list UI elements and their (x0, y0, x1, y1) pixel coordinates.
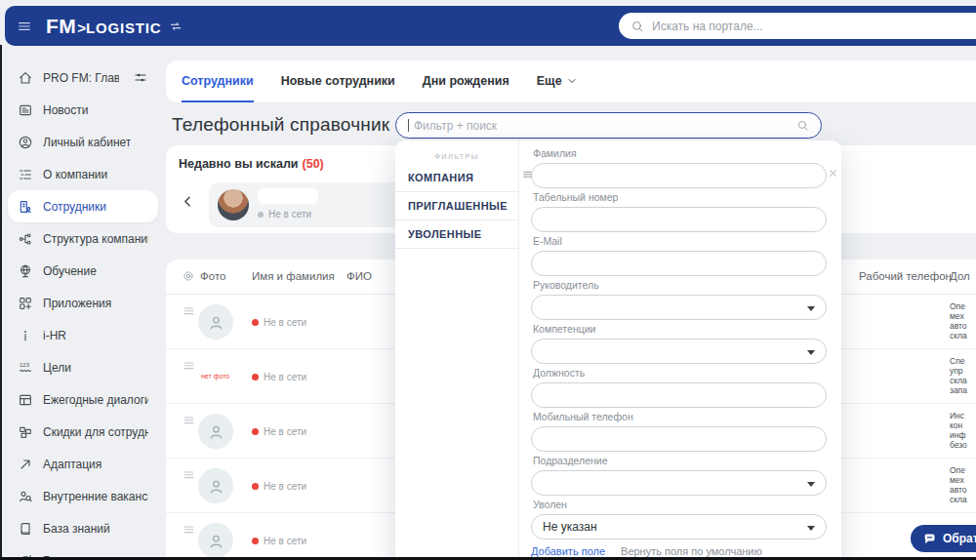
recently-searched-count: (50) (303, 157, 324, 171)
status-badge: Не в сети (252, 317, 306, 328)
job-title-line: Инс (950, 411, 976, 420)
filter-field-label: Должность (533, 367, 827, 380)
drag-handle-icon[interactable] (182, 358, 196, 373)
competencies-select[interactable] (531, 339, 827, 364)
manager-select[interactable] (531, 295, 827, 320)
personnel-number-input[interactable] (531, 207, 827, 232)
page: FM > LOGISTIC Искать на портале... PRO F… (0, 0, 976, 560)
fm-logistic-logo[interactable]: FM > LOGISTIC (46, 15, 183, 38)
status-text: Не в сети (264, 317, 306, 328)
menu-icon[interactable] (17, 19, 32, 34)
employees-icon (18, 199, 33, 215)
filter-preset-0[interactable]: КОМПАНИЯ (395, 164, 518, 192)
drag-handle-icon[interactable] (182, 467, 196, 482)
filter-field-lastname: Фамилия (531, 147, 827, 188)
job-title-line: упр (950, 366, 976, 376)
sidebar-item-personal-account[interactable]: Личный кабинет (8, 126, 158, 158)
filter-presets-column: ФИЛЬТРЫ КОМПАНИЯПРИГЛАШЕННЫЕУВОЛЕННЫЕ (395, 140, 519, 560)
job-title-line: мех (950, 475, 976, 485)
filter-search-input[interactable]: Фильтр + поиск (395, 112, 822, 139)
tab-new-employees[interactable]: Новые сотрудники (281, 60, 395, 102)
tab-employees[interactable]: Сотрудники (182, 60, 254, 102)
tab-label: Дни рождения (423, 74, 509, 88)
job-title-line: инф (950, 430, 976, 440)
email-input[interactable] (531, 251, 827, 276)
sidebar-item-i-hr[interactable]: i-HR (8, 319, 158, 351)
job-title-line: скла (950, 495, 976, 504)
top-navbar: FM > LOGISTIC Искать на портале... (5, 6, 976, 46)
mobile-phone-input[interactable] (531, 426, 827, 452)
no-photo-label: нет фото (201, 373, 229, 380)
filter-preset-2[interactable]: УВОЛЕННЫЕ (395, 220, 518, 249)
job-title-line: мех (950, 311, 976, 321)
filter-presets-list: КОМПАНИЯПРИГЛАШЕННЫЕУВОЛЕННЫЕ (395, 164, 518, 249)
chevron-down-icon (567, 76, 577, 86)
job-title-line: Опе (950, 301, 976, 311)
person-icon (207, 532, 225, 550)
filter-field-label: Компетенции (533, 323, 827, 336)
filter-field-personnel-number: Табельный номер (531, 191, 827, 232)
job-title-line: запа (950, 385, 976, 395)
filter-preset-1[interactable]: ПРИГЛАШЕННЫЕ (395, 192, 518, 220)
sidebar-item-employee-discounts[interactable]: Скидки для сотрудн... (8, 416, 158, 448)
lastname-input[interactable] (531, 163, 827, 188)
svg-text:123: 123 (20, 361, 30, 367)
sidebar-item-label: i-HR (43, 329, 66, 342)
sidebar-item-knowledge-base[interactable]: База знаний (8, 512, 158, 544)
status-badge: Не в сети (258, 209, 311, 220)
sidebar-nav: PRO FM: ГлавнаяНовостиЛичный кабинетО ко… (0, 47, 166, 560)
sidebar-item-label: Обучение (43, 264, 97, 278)
offline-dot-icon (258, 212, 264, 218)
remove-field-icon[interactable] (828, 168, 838, 179)
job-title-line: Спе (950, 356, 976, 366)
tab-more[interactable]: Еще (537, 60, 577, 102)
sidebar-item-internal-vacancies[interactable]: Внутренние вакансии (8, 480, 158, 512)
employee-name-redacted (258, 188, 318, 204)
drag-handle-icon[interactable] (521, 168, 534, 180)
sidebar-item-company-structure[interactable]: Структура компании (8, 222, 158, 255)
drag-handle-icon[interactable] (182, 522, 196, 537)
department-select[interactable] (531, 470, 827, 496)
job-title-line: скла (950, 331, 976, 340)
sidebar-item-goals[interactable]: 123Цели (8, 351, 158, 383)
sidebar-item-education[interactable]: Обучение (8, 255, 158, 287)
logo-text: LOGISTIC (86, 20, 161, 36)
sidebar-item-label: Цели (43, 361, 71, 375)
reset-fields-link[interactable]: Вернуть поля по умолчанию (621, 545, 762, 557)
position-input[interactable] (531, 382, 827, 408)
job-title-cell: Опемехавтоскла (950, 301, 976, 340)
sidebar-item-annual-dialogs[interactable]: Ежегодные диалоги (8, 383, 158, 416)
sidebar-item-employees[interactable]: Сотрудники (8, 190, 158, 222)
status-text: Не в сети (264, 536, 306, 546)
feedback-button[interactable]: Обрат (911, 525, 976, 552)
dismissed-select[interactable]: Не указан (531, 514, 827, 540)
carousel-left-chevron-icon[interactable] (182, 195, 194, 208)
filter-field-dismissed: УволенНе указан (531, 499, 827, 540)
tab-birthdays[interactable]: Дни рождения (423, 60, 509, 102)
status-badge: Не в сети (252, 481, 306, 492)
sidebar-item-about-company[interactable]: О компании (8, 158, 158, 190)
sliders-icon[interactable] (133, 70, 148, 85)
news-icon (18, 102, 33, 118)
recently-searched-title: Недавно вы искали(50) (179, 157, 324, 171)
goals-icon: 123 (18, 360, 33, 376)
portal-search-input[interactable]: Искать на портале... (619, 13, 976, 39)
filter-fields-list: ФамилияТабельный номерE-MailРуководитель… (531, 147, 827, 540)
sidebar-item-adaptation[interactable]: Адаптация (8, 448, 158, 480)
job-title-cell: Спеупрсклазапа (950, 356, 976, 395)
filter-field-mobile-phone: Мобильный телефон (531, 411, 827, 452)
sidebar-item-home[interactable]: PRO FM: Главная (8, 61, 158, 94)
sidebar-item-applications[interactable]: Приложения (8, 287, 158, 319)
vacancies-icon (18, 489, 33, 504)
gear-icon[interactable] (182, 269, 195, 283)
sidebar-item-label: PRO FM: Главная (43, 71, 119, 85)
structure-icon (18, 231, 33, 247)
sidebar-item-news[interactable]: Новости (8, 94, 158, 126)
person-icon (207, 313, 225, 332)
drag-handle-icon[interactable] (182, 413, 196, 427)
filter-overlay: Фильтр + поиск ФИЛЬТРЫ КОМПАНИЯПРИГЛАШЕН… (395, 112, 841, 560)
column-header-2: ФИО (346, 270, 372, 282)
drag-handle-icon[interactable] (182, 303, 196, 318)
status-badge: Не в сети (252, 426, 306, 437)
sidebar-item-label: Сотрудники (43, 200, 106, 214)
